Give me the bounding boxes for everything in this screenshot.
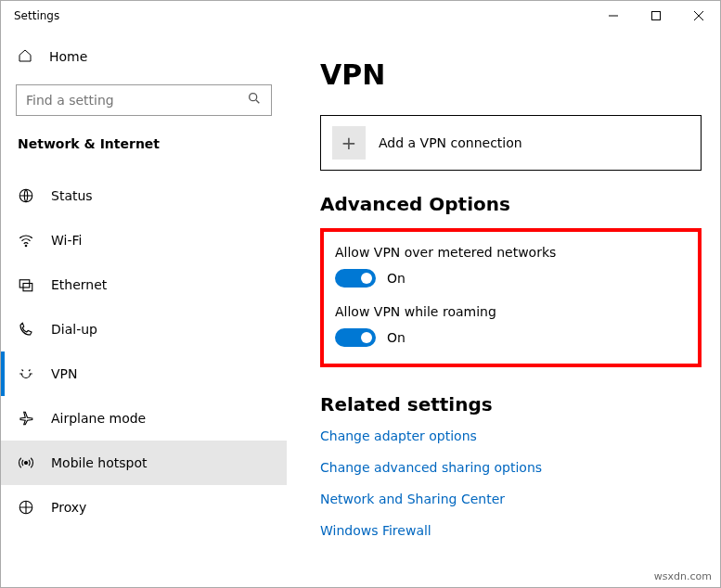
sidebar-item-hotspot[interactable]: Mobile hotspot: [1, 441, 287, 485]
add-vpn-label: Add a VPN connection: [379, 135, 522, 150]
option-label: Allow VPN while roaming: [335, 304, 687, 319]
proxy-icon: [18, 499, 34, 516]
home-button[interactable]: Home: [1, 38, 287, 75]
sidebar-item-label: Airplane mode: [51, 411, 146, 426]
link-sharing-options[interactable]: Change advanced sharing options: [320, 460, 702, 475]
ethernet-icon: [18, 276, 34, 293]
sidebar-item-wifi[interactable]: Wi-Fi: [1, 218, 287, 262]
option-roaming: Allow VPN while roaming On: [335, 304, 687, 347]
svg-point-7: [25, 245, 27, 247]
home-icon: [18, 48, 32, 66]
maximize-button[interactable]: [635, 1, 677, 31]
option-label: Allow VPN over metered networks: [335, 245, 687, 260]
category-title: Network & Internet: [1, 116, 287, 162]
svg-point-10: [25, 462, 28, 465]
highlighted-region: Allow VPN over metered networks On Allow…: [320, 228, 702, 367]
airplane-icon: [18, 410, 34, 427]
minimize-button[interactable]: [592, 1, 635, 31]
sidebar-item-vpn[interactable]: VPN: [1, 352, 287, 396]
home-label: Home: [49, 49, 87, 64]
sidebar-item-label: Status: [51, 188, 93, 203]
sidebar-item-label: Ethernet: [51, 277, 107, 292]
link-network-sharing-center[interactable]: Network and Sharing Center: [320, 492, 702, 506]
svg-rect-1: [652, 12, 661, 20]
toggle-state: On: [387, 271, 406, 286]
sidebar-item-label: Wi-Fi: [51, 233, 82, 248]
option-metered: Allow VPN over metered networks On: [335, 245, 687, 288]
search-box[interactable]: [16, 84, 272, 116]
status-icon: [18, 187, 34, 204]
close-button[interactable]: [677, 1, 720, 31]
advanced-options-title: Advanced Options: [320, 193, 702, 215]
toggle-roaming[interactable]: [335, 328, 376, 347]
add-vpn-button[interactable]: + Add a VPN connection: [320, 115, 702, 171]
toggle-metered[interactable]: [335, 269, 376, 288]
toggle-state: On: [387, 330, 406, 345]
search-input[interactable]: [26, 93, 247, 108]
sidebar-item-label: Proxy: [51, 500, 86, 515]
related-settings-title: Related settings: [320, 393, 702, 415]
sidebar: Home Network & Internet Status Wi-Fi Et: [1, 31, 287, 587]
sidebar-item-dialup[interactable]: Dial-up: [1, 307, 287, 352]
plus-icon: +: [332, 126, 366, 160]
wifi-icon: [18, 232, 34, 249]
sidebar-item-label: VPN: [51, 366, 78, 381]
svg-point-4: [250, 94, 257, 101]
sidebar-item-label: Dial-up: [51, 322, 97, 337]
sidebar-item-proxy[interactable]: Proxy: [1, 485, 287, 530]
search-icon: [247, 91, 262, 109]
hotspot-icon: [18, 454, 34, 471]
titlebar: Settings: [1, 1, 720, 31]
link-windows-firewall[interactable]: Windows Firewall: [320, 523, 702, 538]
sidebar-item-ethernet[interactable]: Ethernet: [1, 262, 287, 307]
svg-line-5: [256, 100, 259, 103]
watermark: wsxdn.com: [654, 570, 712, 582]
sidebar-item-label: Mobile hotspot: [51, 455, 148, 470]
link-adapter-options[interactable]: Change adapter options: [320, 428, 702, 443]
sidebar-item-status[interactable]: Status: [1, 173, 287, 218]
vpn-icon: [18, 365, 34, 382]
window-title: Settings: [1, 9, 59, 22]
page-title: VPN: [320, 58, 702, 91]
content-pane: VPN + Add a VPN connection Advanced Opti…: [287, 31, 720, 587]
dialup-icon: [18, 321, 34, 338]
window-controls: [592, 1, 720, 31]
sidebar-item-airplane[interactable]: Airplane mode: [1, 396, 287, 441]
